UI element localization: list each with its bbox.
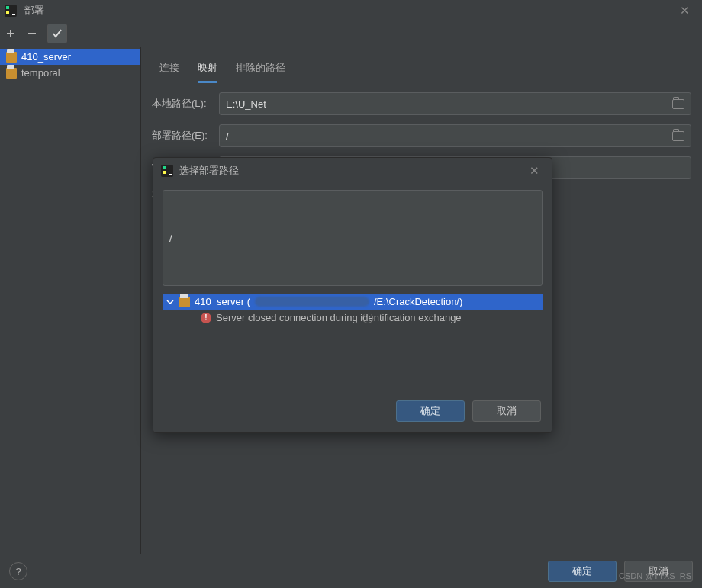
chevron-down-icon[interactable]	[166, 297, 175, 307]
dialog-title: 选择部署路径	[179, 164, 239, 178]
sftp-icon	[6, 52, 17, 63]
sidebar-item-temporal[interactable]: temporal	[0, 65, 140, 81]
deploy-path-input[interactable]	[226, 130, 672, 142]
tab-connection[interactable]: 连接	[159, 56, 179, 83]
close-icon[interactable]: ✕	[672, 1, 697, 21]
svg-rect-5	[163, 166, 166, 169]
tab-excluded[interactable]: 排除的路径	[236, 56, 285, 83]
cancel-button[interactable]: 取消	[624, 561, 693, 582]
dialog-path-input-wrap[interactable]	[163, 190, 543, 286]
choose-path-dialog: 选择部署路径 ✕ 410_server (/E:\CrackDetection/…	[153, 157, 552, 433]
dialog-title-bar: 选择部署路径 ✕	[153, 158, 552, 184]
svg-rect-2	[6, 11, 9, 14]
pycharm-icon	[5, 5, 17, 17]
add-button[interactable]	[0, 23, 21, 44]
tree-server-suffix: /E:\CrackDetection/)	[374, 296, 462, 307]
svg-rect-6	[163, 171, 166, 174]
tabs: 连接 映射 排除的路径	[152, 47, 691, 83]
ok-button[interactable]: 确定	[548, 561, 617, 582]
error-message: Server closed connection during identifi…	[216, 312, 462, 323]
footer-bar: ? 确定 取消	[0, 554, 702, 588]
tree-server-row[interactable]: 410_server (/E:\CrackDetection/)	[163, 294, 543, 310]
local-path-row: 本地路径(L):	[152, 92, 691, 115]
svg-rect-3	[12, 14, 15, 15]
window-title-bar: 部署 ✕	[0, 0, 702, 21]
deploy-path-input-wrap[interactable]	[219, 124, 691, 147]
folder-icon[interactable]	[672, 99, 684, 109]
deploy-path-label: 部署路径(E):	[152, 129, 219, 143]
dialog-ok-button[interactable]: 确定	[396, 400, 465, 422]
tree-error-row: ! Server closed connection during identi…	[163, 310, 543, 326]
svg-rect-7	[169, 174, 172, 175]
local-path-input-wrap[interactable]	[219, 92, 691, 115]
local-path-input[interactable]	[226, 98, 672, 110]
remove-button[interactable]	[21, 23, 43, 44]
tree-server-prefix: 410_server (	[195, 296, 250, 307]
dialog-close-icon[interactable]: ✕	[525, 162, 544, 179]
pycharm-icon	[161, 165, 173, 177]
minus-icon	[27, 28, 37, 39]
tab-mapping[interactable]: 映射	[198, 56, 217, 83]
sftp-icon	[179, 297, 190, 307]
redacted-host	[255, 297, 369, 307]
toolbar	[0, 21, 702, 47]
plus-icon	[5, 28, 16, 39]
sidebar-item-410-server[interactable]: 410_server	[0, 49, 140, 65]
local-path-label: 本地路径(L):	[152, 97, 219, 111]
sftp-icon	[6, 68, 17, 79]
deploy-path-row: 部署路径(E):	[152, 124, 691, 147]
folder-icon[interactable]	[672, 131, 684, 141]
dialog-cancel-button[interactable]: 取消	[472, 400, 541, 422]
sidebar-item-label: temporal	[21, 67, 60, 79]
sidebar-item-label: 410_server	[21, 51, 71, 63]
sidebar: 410_server temporal	[0, 47, 141, 554]
spinner-icon	[362, 313, 373, 323]
error-icon: !	[201, 313, 211, 323]
dialog-buttons: 确定 取消	[153, 393, 552, 432]
set-default-button[interactable]	[47, 24, 67, 43]
window-title: 部署	[24, 4, 44, 18]
dialog-path-input[interactable]	[169, 233, 536, 244]
svg-rect-1	[6, 6, 9, 9]
dialog-tree: 410_server (/E:\CrackDetection/) ! Serve…	[163, 294, 543, 388]
help-button[interactable]: ?	[9, 562, 27, 580]
check-icon	[52, 28, 63, 39]
